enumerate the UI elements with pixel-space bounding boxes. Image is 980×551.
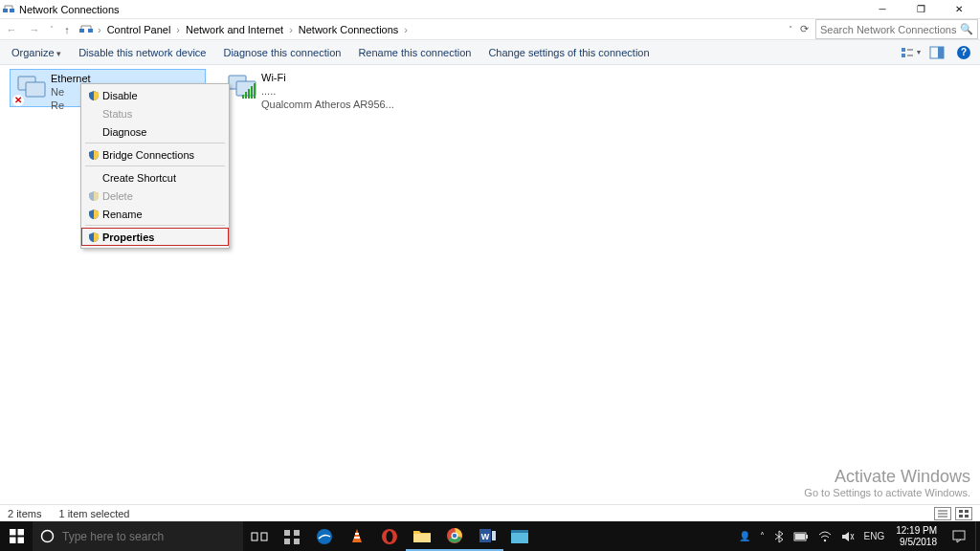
cmd-diagnose[interactable]: Diagnose this connection: [217, 45, 346, 60]
organize-menu[interactable]: Organize: [6, 45, 67, 60]
connection-wifi[interactable]: Wi-Fi ..... Qualcomm Atheros AR956...: [221, 69, 417, 107]
back-button[interactable]: ←: [0, 19, 23, 40]
menu-separator: [85, 143, 225, 143]
shield-icon: [85, 231, 102, 243]
selection-count: 1 item selected: [58, 508, 129, 519]
forward-button[interactable]: →: [23, 19, 46, 40]
location-icon: [77, 22, 96, 37]
refresh-button[interactable]: ⟳: [792, 23, 815, 35]
preview-pane-button[interactable]: [926, 43, 947, 62]
battery-icon[interactable]: [793, 532, 809, 541]
svg-rect-38: [355, 533, 359, 535]
up-button[interactable]: ↑: [57, 19, 77, 40]
action-center-button[interactable]: [943, 521, 975, 551]
menu-bridge[interactable]: Bridge Connections: [81, 145, 229, 164]
svg-rect-18: [254, 83, 256, 99]
task-view-button[interactable]: [243, 521, 276, 551]
svg-rect-24: [959, 515, 963, 518]
close-button[interactable]: ✕: [940, 0, 978, 18]
tray-overflow-icon[interactable]: ˄: [760, 531, 765, 541]
shield-icon: [85, 209, 102, 220]
view-options-button[interactable]: ▾: [900, 43, 921, 62]
svg-rect-31: [252, 533, 257, 540]
volume-icon[interactable]: [841, 531, 855, 542]
svg-rect-9: [938, 47, 944, 58]
show-desktop-button[interactable]: [975, 521, 980, 551]
connection-status: .....: [261, 84, 415, 98]
svg-rect-34: [294, 530, 300, 536]
cmd-change-settings[interactable]: Change settings of this connection: [482, 45, 655, 60]
titlebar[interactable]: Network Connections ─ ❐ ✕: [0, 0, 980, 18]
svg-rect-42: [413, 534, 431, 542]
svg-rect-39: [354, 537, 360, 539]
menu-properties[interactable]: Properties: [81, 228, 229, 246]
svg-point-54: [823, 539, 825, 540]
svg-rect-52: [806, 535, 808, 539]
recent-dropdown[interactable]: ˅: [46, 19, 57, 40]
search-box[interactable]: 🔍: [815, 19, 978, 39]
taskbar-explorer[interactable]: [406, 521, 438, 551]
search-icon[interactable]: 🔍: [960, 23, 973, 35]
svg-rect-48: [492, 531, 496, 540]
search-input[interactable]: [820, 24, 956, 35]
taskbar-chrome[interactable]: [438, 521, 471, 551]
svg-rect-15: [245, 92, 247, 99]
breadcrumb-network-internet[interactable]: Network and Internet: [182, 24, 287, 35]
minimize-button[interactable]: ─: [863, 0, 902, 18]
people-icon[interactable]: 👤: [739, 531, 750, 541]
svg-rect-16: [248, 89, 250, 99]
activation-watermark: Activate Windows Go to Settings to activ…: [804, 467, 970, 498]
taskbar-word[interactable]: W: [471, 521, 503, 551]
explorer-window: Network Connections ─ ❐ ✕ ← → ˅ ↑ › Cont…: [0, 0, 980, 521]
bluetooth-icon[interactable]: [774, 530, 784, 543]
maximize-button[interactable]: ❐: [902, 0, 940, 18]
menu-label: Status: [102, 108, 132, 120]
menu-create-shortcut[interactable]: Create Shortcut: [81, 168, 229, 187]
svg-rect-26: [10, 529, 16, 536]
watermark-subtitle: Go to Settings to activate Windows.: [804, 487, 970, 498]
svg-point-41: [387, 531, 393, 542]
breadcrumb-network-connections[interactable]: Network Connections: [295, 24, 403, 35]
large-icons-view-button[interactable]: [955, 507, 972, 520]
taskbar-search[interactable]: [33, 521, 243, 551]
taskbar-app[interactable]: [276, 521, 308, 551]
language-indicator[interactable]: ENG: [864, 531, 885, 541]
cmd-disable-device[interactable]: Disable this network device: [73, 45, 212, 60]
taskbar-clock[interactable]: 12:19 PM 9/5/2018: [890, 525, 943, 548]
wifi-tray-icon[interactable]: [818, 531, 832, 542]
menu-label: Diagnose: [102, 126, 146, 138]
menu-disable[interactable]: Disable: [81, 86, 229, 104]
ethernet-icon: ✕: [12, 72, 51, 106]
details-view-button[interactable]: [934, 507, 951, 520]
address-bar: ← → ˅ ↑ › Control Panel › Network and In…: [0, 18, 980, 40]
svg-rect-1: [10, 9, 14, 12]
cmd-rename[interactable]: Rename this connection: [352, 45, 477, 60]
shield-icon: [85, 149, 102, 161]
taskbar-vlc[interactable]: [341, 521, 373, 551]
taskbar-app[interactable]: [503, 521, 536, 551]
svg-rect-27: [17, 529, 24, 536]
menu-diagnose[interactable]: Diagnose: [81, 122, 229, 141]
breadcrumb-control-panel[interactable]: Control Panel: [103, 24, 175, 35]
taskbar-search-input[interactable]: [62, 530, 235, 543]
taskbar-edge[interactable]: [308, 521, 341, 551]
help-button[interactable]: ?: [953, 43, 974, 62]
taskbar-opera[interactable]: [373, 521, 406, 551]
start-button[interactable]: [0, 521, 33, 551]
menu-label: Create Shortcut: [102, 172, 176, 184]
window-title: Network Connections: [19, 4, 120, 15]
menu-label: Delete: [102, 190, 133, 202]
breadcrumb-separator: ›: [402, 24, 410, 35]
menu-rename[interactable]: Rename: [81, 205, 229, 223]
context-menu: Disable Status Diagnose Bridge Connectio…: [80, 83, 230, 249]
system-tray[interactable]: 👤 ˄ ENG: [733, 530, 891, 543]
svg-rect-14: [242, 95, 244, 99]
svg-rect-2: [79, 29, 84, 33]
cortana-icon: [40, 529, 55, 543]
menu-separator: [85, 165, 225, 166]
svg-rect-36: [294, 539, 300, 544]
menu-separator: [85, 225, 225, 226]
shield-icon: [85, 90, 102, 101]
menu-label: Properties: [102, 231, 154, 243]
clock-time: 12:19 PM: [896, 525, 937, 537]
